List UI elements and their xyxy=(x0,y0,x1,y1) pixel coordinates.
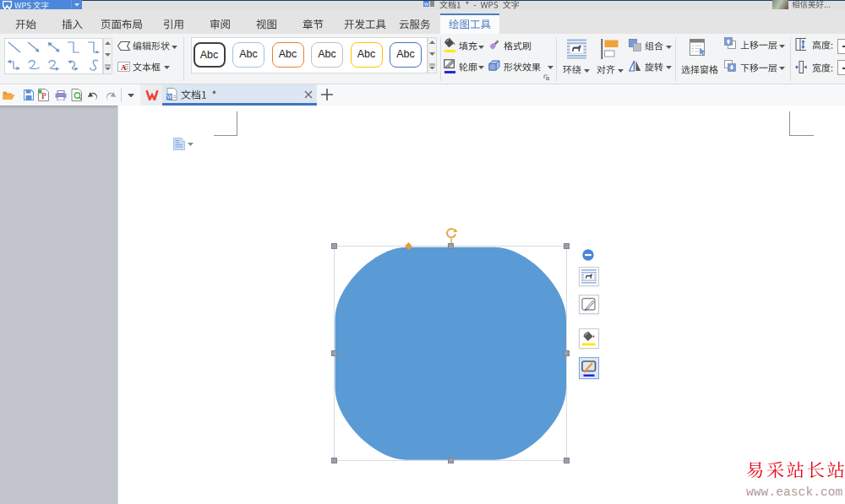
svg-text:W: W xyxy=(424,2,429,7)
svg-text:P: P xyxy=(41,92,46,100)
svg-text:W: W xyxy=(166,94,172,100)
